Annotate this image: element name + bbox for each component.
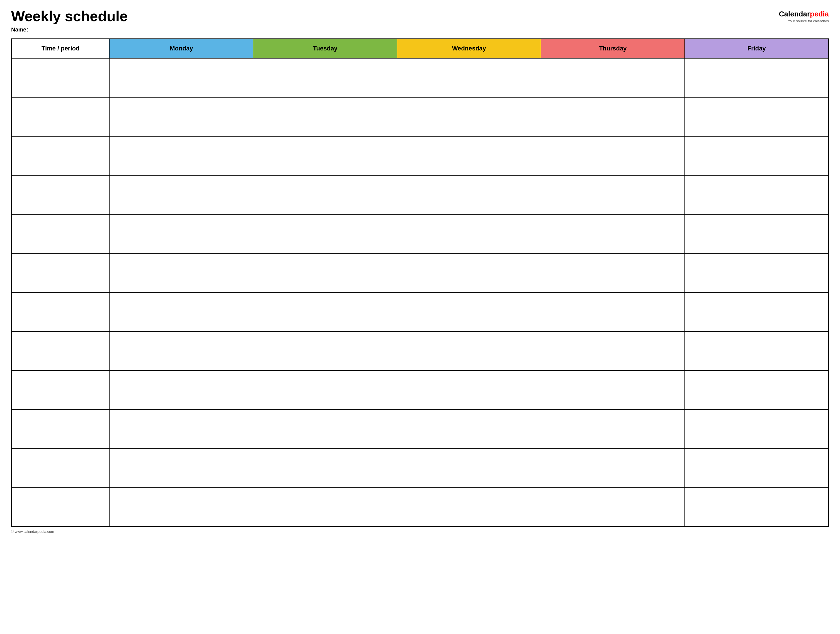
footer: © www.calendarpedia.com	[11, 530, 829, 534]
table-cell[interactable]	[397, 448, 541, 487]
table-cell[interactable]	[541, 97, 685, 136]
table-cell[interactable]	[253, 448, 397, 487]
table-cell[interactable]	[11, 97, 109, 136]
table-cell[interactable]	[685, 487, 829, 527]
table-cell[interactable]	[11, 292, 109, 331]
table-row	[11, 136, 829, 175]
table-cell[interactable]	[397, 487, 541, 527]
table-cell[interactable]	[253, 331, 397, 371]
table-cell[interactable]	[397, 409, 541, 448]
logo-text: Calendarpedia	[779, 10, 829, 18]
table-cell[interactable]	[397, 371, 541, 409]
table-cell[interactable]	[253, 136, 397, 175]
table-cell[interactable]	[541, 331, 685, 371]
table-cell[interactable]	[109, 253, 253, 292]
table-cell[interactable]	[685, 371, 829, 409]
header-row: Time / period Monday Tuesday Wednesday T…	[11, 39, 829, 58]
table-cell[interactable]	[541, 214, 685, 253]
table-cell[interactable]	[541, 487, 685, 527]
table-cell[interactable]	[397, 292, 541, 331]
logo-calendar: Calendar	[779, 10, 810, 18]
table-cell[interactable]	[11, 136, 109, 175]
table-cell[interactable]	[541, 253, 685, 292]
logo-block: Calendarpedia Your source for calendars	[779, 10, 829, 23]
table-cell[interactable]	[397, 253, 541, 292]
table-cell[interactable]	[11, 175, 109, 214]
table-cell[interactable]	[541, 409, 685, 448]
table-cell[interactable]	[685, 58, 829, 97]
table-cell[interactable]	[541, 136, 685, 175]
table-cell[interactable]	[685, 331, 829, 371]
table-cell[interactable]	[397, 97, 541, 136]
table-row	[11, 448, 829, 487]
col-header-tuesday: Tuesday	[253, 39, 397, 58]
table-cell[interactable]	[109, 409, 253, 448]
table-cell[interactable]	[541, 58, 685, 97]
table-row	[11, 97, 829, 136]
table-cell[interactable]	[685, 253, 829, 292]
table-cell[interactable]	[253, 487, 397, 527]
table-cell[interactable]	[397, 136, 541, 175]
name-label: Name:	[11, 27, 128, 33]
table-cell[interactable]	[11, 214, 109, 253]
table-cell[interactable]	[253, 58, 397, 97]
table-cell[interactable]	[109, 58, 253, 97]
table-row	[11, 292, 829, 331]
table-cell[interactable]	[685, 409, 829, 448]
page-title: Weekly schedule	[11, 8, 128, 24]
table-cell[interactable]	[11, 331, 109, 371]
table-cell[interactable]	[11, 253, 109, 292]
table-cell[interactable]	[253, 409, 397, 448]
table-cell[interactable]	[541, 448, 685, 487]
table-cell[interactable]	[253, 175, 397, 214]
table-row	[11, 253, 829, 292]
logo-tagline: Your source for calendars	[788, 19, 829, 23]
table-cell[interactable]	[109, 214, 253, 253]
table-cell[interactable]	[685, 292, 829, 331]
table-cell[interactable]	[109, 331, 253, 371]
table-row	[11, 487, 829, 527]
table-cell[interactable]	[109, 175, 253, 214]
table-cell[interactable]	[109, 292, 253, 331]
table-cell[interactable]	[253, 97, 397, 136]
table-cell[interactable]	[253, 214, 397, 253]
table-row	[11, 371, 829, 409]
table-cell[interactable]	[109, 97, 253, 136]
table-cell[interactable]	[253, 253, 397, 292]
table-cell[interactable]	[11, 487, 109, 527]
table-cell[interactable]	[11, 371, 109, 409]
table-row	[11, 214, 829, 253]
table-cell[interactable]	[541, 292, 685, 331]
table-cell[interactable]	[541, 371, 685, 409]
table-cell[interactable]	[397, 331, 541, 371]
table-cell[interactable]	[253, 371, 397, 409]
table-cell[interactable]	[685, 97, 829, 136]
col-header-time: Time / period	[11, 39, 109, 58]
table-cell[interactable]	[109, 371, 253, 409]
table-cell[interactable]	[11, 58, 109, 97]
table-cell[interactable]	[109, 448, 253, 487]
col-header-friday: Friday	[685, 39, 829, 58]
logo-pedia: pedia	[810, 10, 829, 18]
table-cell[interactable]	[11, 448, 109, 487]
table-row	[11, 175, 829, 214]
col-header-thursday: Thursday	[541, 39, 685, 58]
table-cell[interactable]	[11, 409, 109, 448]
table-cell[interactable]	[397, 175, 541, 214]
table-cell[interactable]	[685, 214, 829, 253]
table-cell[interactable]	[685, 448, 829, 487]
table-row	[11, 58, 829, 97]
table-cell[interactable]	[685, 136, 829, 175]
table-row	[11, 331, 829, 371]
table-row	[11, 409, 829, 448]
header-area: Weekly schedule Name: Calendarpedia Your…	[11, 8, 829, 33]
col-header-monday: Monday	[109, 39, 253, 58]
schedule-body	[11, 58, 829, 527]
table-cell[interactable]	[109, 487, 253, 527]
table-cell[interactable]	[253, 292, 397, 331]
table-cell[interactable]	[541, 175, 685, 214]
table-cell[interactable]	[397, 214, 541, 253]
table-cell[interactable]	[109, 136, 253, 175]
table-cell[interactable]	[397, 58, 541, 97]
table-cell[interactable]	[685, 175, 829, 214]
